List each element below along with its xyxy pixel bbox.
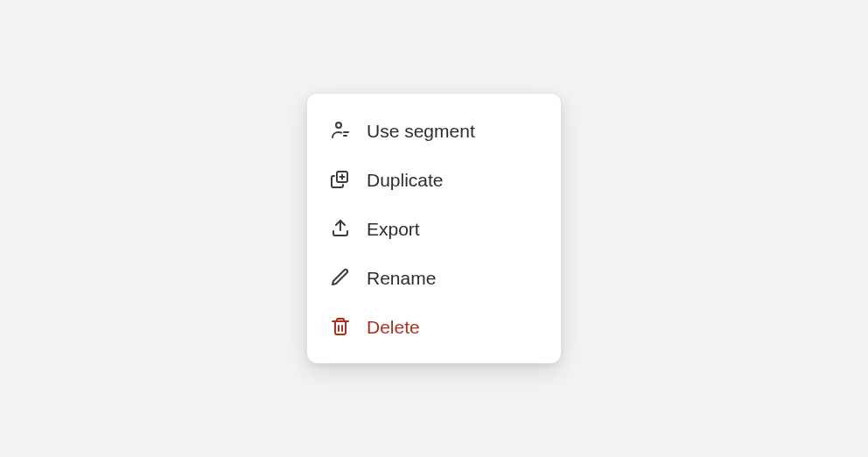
user-segment-icon — [330, 120, 351, 141]
svg-point-0 — [336, 123, 341, 128]
menu-item-delete[interactable]: Delete — [307, 302, 561, 351]
export-icon — [330, 218, 351, 239]
menu-item-duplicate[interactable]: Duplicate — [307, 155, 561, 204]
trash-icon — [330, 316, 351, 337]
menu-item-label: Export — [367, 220, 420, 238]
menu-item-rename[interactable]: Rename — [307, 253, 561, 302]
menu-item-export[interactable]: Export — [307, 204, 561, 253]
menu-item-label: Delete — [367, 318, 420, 336]
menu-item-label: Rename — [367, 269, 436, 287]
duplicate-icon — [330, 169, 351, 190]
menu-item-use-segment[interactable]: Use segment — [307, 106, 561, 155]
rename-icon — [330, 267, 351, 288]
context-menu: Use segment Duplicate Export — [307, 94, 561, 363]
menu-item-label: Use segment — [367, 122, 475, 140]
menu-item-label: Duplicate — [367, 171, 444, 189]
